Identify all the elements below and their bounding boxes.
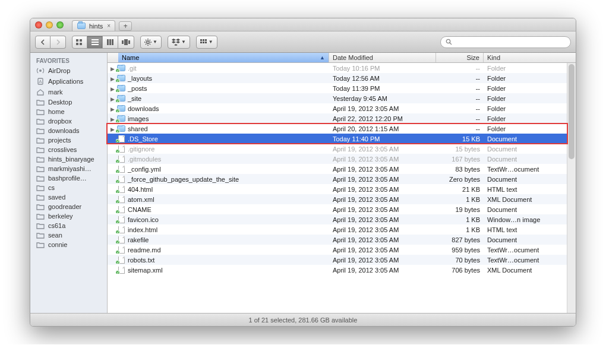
file-row[interactable]: ▶✓sharedApril 20, 2012 1:15 AM--Folder	[108, 124, 567, 134]
svg-rect-9	[112, 39, 113, 45]
search-field[interactable]	[440, 36, 571, 48]
file-row[interactable]: ✓CNAMEApril 19, 2012 3:05 AM19 bytesDocu…	[108, 204, 567, 214]
arrange-menu-button[interactable]: ▼	[196, 36, 217, 49]
vertical-scrollbar[interactable]	[567, 63, 576, 313]
sidebar-item-airdrop[interactable]: AirDrop	[30, 65, 107, 76]
disclosure-triangle-icon[interactable]: ▶	[110, 126, 115, 132]
sidebar-item-applications[interactable]: AApplications	[30, 76, 107, 87]
file-row[interactable]: ▶✓_siteYesterday 9:45 AM--Folder	[108, 93, 567, 103]
file-row[interactable]: ▶✓_postsToday 11:39 PM--Folder	[108, 83, 567, 93]
navigation-buttons	[35, 36, 66, 49]
file-row[interactable]: ✓.gitmodulesApril 19, 2012 3:05 AM167 by…	[108, 154, 567, 164]
minimize-window-button[interactable]	[46, 21, 53, 29]
sidebar-item-markmiyashi-[interactable]: markmiyashi…	[30, 164, 107, 173]
disclosure-triangle-icon[interactable]: ▶	[110, 66, 115, 72]
file-row[interactable]: ✓_force_github_pages_update_the_siteApri…	[108, 174, 567, 184]
file-row[interactable]: ✓readme.mdApril 19, 2012 3:05 AM959 byte…	[108, 245, 567, 255]
back-button[interactable]	[35, 36, 50, 49]
file-row[interactable]: ✓index.htmlApril 19, 2012 3:05 AM1 KBHTM…	[108, 224, 567, 235]
file-date: April 19, 2012 3:05 AM	[329, 176, 436, 183]
file-size: 1 KB	[436, 216, 484, 223]
file-name: CNAME	[128, 206, 152, 213]
file-row[interactable]: ✓favicon.icoApril 19, 2012 3:05 AM1 KBWi…	[108, 214, 567, 224]
file-row[interactable]: ▶✓_layoutsToday 12:56 AM--Folder	[108, 73, 567, 83]
file-row[interactable]: ✓sitemap.xmlApril 19, 2012 3:05 AM706 by…	[108, 265, 567, 275]
column-name[interactable]: Name ▲	[118, 53, 329, 62]
file-date: Today 11:40 PM	[329, 135, 436, 143]
sidebar-item-cs61a[interactable]: cs61a	[30, 221, 107, 230]
sidebar-item-saved[interactable]: saved	[30, 192, 107, 202]
svg-line-20	[146, 43, 146, 44]
disclosure-triangle-icon[interactable]: ▶	[110, 76, 115, 82]
sidebar-item-goodreader[interactable]: goodreader	[30, 202, 107, 211]
arrange-icon	[200, 39, 207, 45]
disclosure-triangle-icon[interactable]: ▶	[110, 96, 115, 102]
column-view-button[interactable]	[103, 36, 118, 49]
file-list[interactable]: ▶✓.gitToday 10:16 PM--Folder▶✓_layoutsTo…	[108, 63, 567, 313]
file-date: April 19, 2012 3:05 AM	[329, 267, 436, 274]
close-tab-button[interactable]: ×	[105, 22, 112, 29]
sidebar-item-crosslives[interactable]: crosslives	[30, 145, 107, 154]
column-size[interactable]: Size	[436, 53, 484, 62]
file-row[interactable]: ▶✓imagesApril 22, 2012 12:20 PM--Folder	[108, 113, 567, 124]
disclosure-triangle-icon[interactable]: ▶	[110, 86, 115, 92]
file-row[interactable]: ✓robots.txtApril 19, 2012 3:05 AM70 byte…	[108, 255, 567, 265]
sidebar-item-label: Desktop	[48, 99, 72, 106]
tab-hints[interactable]: hints ×	[72, 20, 115, 31]
file-name: _force_github_pages_update_the_site	[128, 176, 239, 183]
sidebar-item-hints-binaryage[interactable]: hints_binaryage	[30, 154, 107, 164]
folder-icon	[36, 127, 45, 134]
file-size: 827 bytes	[436, 236, 484, 243]
file-kind: Folder	[484, 125, 567, 132]
scrollbar-thumb[interactable]	[569, 64, 575, 159]
file-icon: ✓	[117, 176, 125, 183]
folder-icon: ✓	[117, 95, 125, 102]
file-row[interactable]: ✓.DS_StoreToday 11:40 PM15 KBDocument	[108, 134, 567, 144]
sidebar-item-projects[interactable]: projects	[30, 135, 107, 145]
file-row[interactable]: ✓.gitignoreApril 19, 2012 3:05 AM15 byte…	[108, 144, 567, 154]
file-row[interactable]: ▶✓downloadsApril 19, 2012 3:05 AM--Folde…	[108, 103, 567, 113]
sidebar-item-bashprofile-[interactable]: bashprofile…	[30, 173, 107, 183]
chevron-down-icon: ▼	[209, 39, 213, 45]
sidebar-item-dropbox[interactable]: dropbox	[30, 116, 107, 126]
file-row[interactable]: ✓atom.xmlApril 19, 2012 3:05 AM1 KBXML D…	[108, 194, 567, 204]
sidebar-item-cs[interactable]: cs	[30, 183, 107, 192]
file-row[interactable]: ✓_config.ymlApril 19, 2012 3:05 AM83 byt…	[108, 164, 567, 174]
disclosure-triangle-icon[interactable]: ▶	[110, 106, 115, 112]
file-row[interactable]: ▶✓.gitToday 10:16 PM--Folder	[108, 63, 567, 73]
action-menu-button[interactable]: ▼	[140, 36, 162, 49]
svg-rect-26	[203, 42, 204, 43]
sidebar-item-connie[interactable]: connie	[30, 240, 107, 249]
svg-rect-8	[109, 39, 111, 45]
svg-point-13	[147, 40, 149, 43]
column-kind[interactable]: Kind	[484, 53, 567, 62]
file-name: images	[128, 115, 149, 122]
sidebar: FAVORITES AirDropAApplicationsmarkDeskto…	[30, 53, 108, 313]
coverflow-view-button[interactable]	[118, 36, 134, 49]
file-name: rakefile	[128, 236, 149, 243]
new-tab-button[interactable]: +	[119, 21, 132, 31]
disclosure-triangle-icon[interactable]: ▶	[110, 116, 115, 122]
dropbox-menu-button[interactable]: ▼	[168, 36, 190, 49]
file-row[interactable]: ✓404.htmlApril 19, 2012 3:05 AM21 KBHTML…	[108, 184, 567, 194]
search-input[interactable]	[454, 39, 566, 46]
file-date: April 19, 2012 3:05 AM	[329, 145, 436, 153]
list-view-button[interactable]	[87, 36, 103, 49]
close-window-button[interactable]	[35, 21, 42, 29]
column-date[interactable]: Date Modified	[329, 53, 436, 62]
tab-label: hints	[89, 23, 103, 30]
file-name: sitemap.xml	[128, 267, 163, 274]
sidebar-item-berkeley[interactable]: berkeley	[30, 211, 107, 221]
zoom-window-button[interactable]	[56, 21, 64, 29]
sidebar-item-downloads[interactable]: downloads	[30, 126, 107, 135]
sidebar-item-mark[interactable]: mark	[30, 87, 107, 97]
sidebar-item-desktop[interactable]: Desktop	[30, 97, 107, 107]
forward-button[interactable]	[50, 36, 66, 49]
sidebar-item-sean[interactable]: sean	[30, 230, 107, 240]
toolbar: ▼ ▼ ▼	[30, 31, 576, 53]
file-row[interactable]: ✓rakefileApril 19, 2012 3:05 AM827 bytes…	[108, 235, 567, 245]
icon-view-button[interactable]	[72, 36, 87, 49]
file-date: April 19, 2012 3:05 AM	[329, 226, 436, 233]
sidebar-item-home[interactable]: home	[30, 107, 107, 116]
file-date: April 20, 2012 1:15 AM	[329, 125, 436, 132]
